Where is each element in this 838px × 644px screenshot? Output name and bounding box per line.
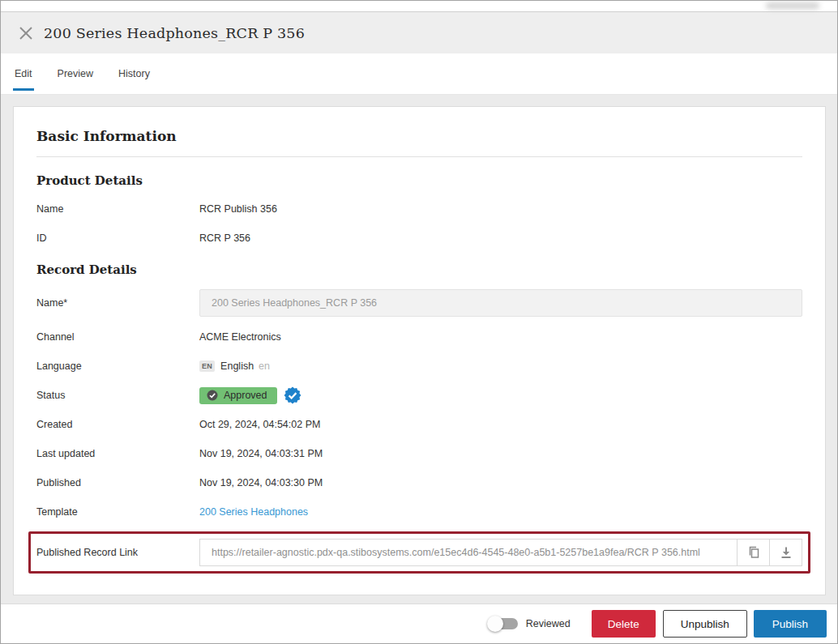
field-label: Published Record Link [36,547,199,558]
row-published-record-link: Published Record Link [36,539,802,566]
toggle-knob [487,616,503,632]
row-template: Template 200 Series Headphones [36,497,802,527]
language-locale: en [259,360,270,372]
highlight-annotation-box: Published Record Link [28,531,810,574]
published-record-link-group [199,539,802,566]
field-value: ACME Electronics [199,331,281,343]
download-icon [779,546,793,560]
section-title: Basic Information [36,128,802,144]
status-badge: Approved [199,387,277,404]
template-link[interactable]: 200 Series Headphones [199,506,308,518]
row-id: ID RCR P 356 [36,224,802,253]
record-details-heading: Record Details [36,262,802,277]
row-language: Language EN English en [36,352,802,381]
reviewed-toggle[interactable] [489,618,518,629]
field-label: Name [36,203,199,215]
copy-icon [746,545,760,560]
field-value: RCR Publish 356 [199,203,277,215]
basic-information-card: Basic Information Product Details Name R… [13,106,826,595]
close-icon[interactable] [19,26,33,41]
check-circle-icon [207,390,218,401]
page-background: Basic Information Product Details Name R… [1,95,837,603]
row-published: Published Nov 19, 2024, 04:03:30 PM [36,468,802,497]
field-label: Published [36,477,199,488]
field-label: Status [36,390,199,401]
field-label: Template [36,506,199,518]
dialog-header: 200 Series Headphones_RCR P 356 [1,12,837,53]
status-value: Approved [199,386,301,404]
row-name: Name RCR Publish 356 [36,194,802,224]
field-value: Nov 19, 2024, 04:03:30 PM [199,477,323,488]
field-label: Name* [36,297,199,309]
download-button[interactable] [769,540,802,565]
field-value: Oct 29, 2024, 04:54:02 PM [199,419,320,430]
reviewed-label: Reviewed [526,618,571,629]
published-record-link-input[interactable] [200,540,737,565]
field-label: Created [36,419,199,430]
status-badge-label: Approved [224,390,267,401]
field-label: Channel [36,331,199,343]
tab-bar: Edit Preview History [1,53,837,95]
tab-preview[interactable]: Preview [58,53,93,94]
row-created: Created Oct 29, 2024, 04:54:02 PM [36,410,802,439]
tab-history[interactable]: History [118,53,150,94]
row-last-updated: Last updated Nov 19, 2024, 04:03:31 PM [36,439,802,468]
field-label: ID [36,232,199,244]
copy-link-button[interactable] [737,540,769,565]
blurred-region [766,2,819,9]
language-name: English [220,360,254,372]
product-details-heading: Product Details [36,173,802,188]
language-value: EN English en [199,360,270,372]
field-value: Nov 19, 2024, 04:03:31 PM [199,448,323,459]
record-name-input[interactable] [199,289,802,317]
language-code-badge: EN [199,360,215,372]
field-value: RCR P 356 [199,232,250,244]
row-channel: Channel ACME Electronics [36,322,802,352]
top-strip [1,1,837,12]
page-title: 200 Series Headphones_RCR P 356 [44,25,305,41]
publish-button[interactable]: Publish [754,610,827,638]
section-divider [36,156,802,157]
field-label: Language [36,360,199,372]
footer-bar: Reviewed Delete Unpublish Publish [1,603,837,643]
row-record-name: Name* [36,284,802,322]
row-status: Status Approved [36,381,802,410]
field-label: Last updated [36,448,199,459]
verified-seal-icon [284,386,301,404]
record-dialog: 200 Series Headphones_RCR P 356 Edit Pre… [0,0,838,644]
tab-edit[interactable]: Edit [15,53,32,94]
unpublish-button[interactable]: Unpublish [663,610,747,638]
delete-button[interactable]: Delete [592,610,656,638]
